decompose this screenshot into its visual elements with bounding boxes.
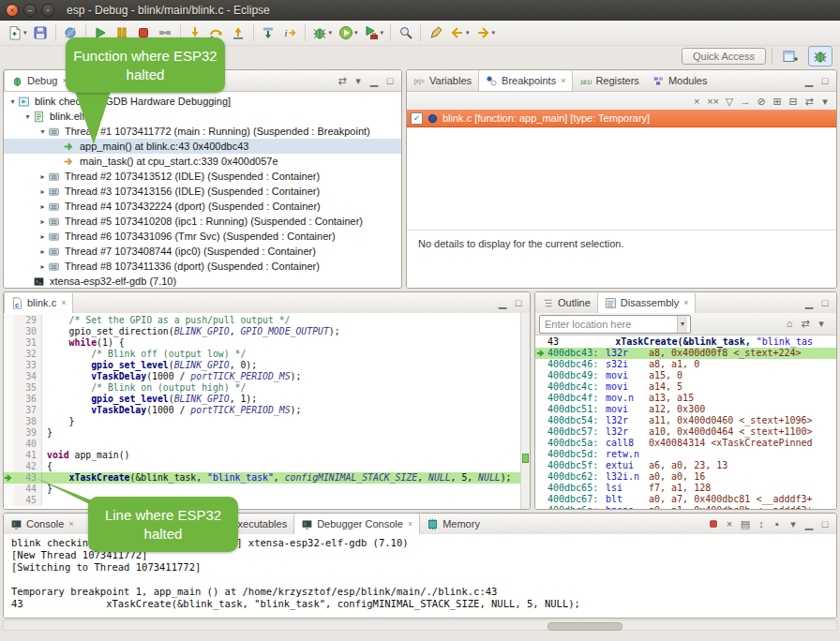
disassembly-row[interactable]: 400dbc57:l32ra10, 0x400d0464 <_stext+110… [535, 426, 836, 438]
editor-line[interactable]: 31 while(1) { [4, 337, 521, 349]
view-menu-icon[interactable]: ▾ [816, 318, 827, 331]
clear-console-icon[interactable]: ▤ [740, 517, 751, 530]
disassembly-row[interactable]: 400dbc67:blta0, a7, 0x400dbc81 <__adddf3… [535, 494, 836, 505]
step-return-button[interactable] [228, 21, 249, 45]
editor-line[interactable]: 42{ [4, 461, 521, 472]
disassembly-row[interactable]: 400dbc5d:retw.n [535, 449, 836, 460]
window-close-button[interactable]: × [6, 4, 19, 17]
disassembly-row[interactable]: 400dbc5a:call80x40084314 <xTaskCreatePin… [535, 438, 836, 449]
expander-closed-icon[interactable]: ▸ [38, 202, 48, 211]
disassembly-row[interactable]: 400dbc4f:mov.na13, a15 [535, 393, 836, 404]
debug-perspective-icon[interactable] [808, 46, 832, 67]
minimize-icon[interactable]: ▁ [497, 296, 508, 309]
editor-line[interactable]: 39} [4, 427, 521, 439]
close-tab-icon[interactable]: × [683, 298, 688, 307]
drop-to-frame-button[interactable] [258, 21, 279, 45]
debug-tree-item[interactable]: ▾Thread #1 1073411772 (main : Running) (… [4, 124, 401, 139]
maximize-icon[interactable]: □ [513, 296, 524, 309]
bp-tab-modules[interactable]: Modules [646, 70, 714, 91]
editor-line[interactable]: 35 /* Blink on (output high) */ [4, 382, 521, 394]
disassembly-row[interactable]: 43 xTaskCreate(&blink_task, "blink_tas [535, 336, 836, 348]
disassembly-row[interactable]: 400dbc49:movia15, 0 [535, 370, 836, 381]
maximize-icon[interactable]: □ [384, 74, 396, 87]
external-tools-button[interactable]: ▾ [361, 21, 387, 45]
console-tab-memory[interactable]: Memory [420, 514, 487, 534]
editor-line[interactable]: 34 vTaskDelay(1000 / portTICK_PERIOD_MS)… [4, 371, 521, 382]
disassembly-row[interactable]: 400dbc51:movia12, 0x300 [535, 404, 836, 415]
close-tab-icon[interactable]: × [408, 519, 412, 529]
location-input[interactable]: Enter location here ▾ [539, 315, 691, 334]
link-icon[interactable]: ⇄ [337, 74, 348, 87]
expander-closed-icon[interactable]: ▸ [38, 172, 48, 181]
editor-line[interactable]: 32 /* Blink off (output low) */ [4, 349, 521, 360]
home-icon[interactable]: ⌂ [784, 318, 795, 331]
go-to-file-icon[interactable]: → [740, 95, 751, 108]
editor-line[interactable]: 33 gpio_set_level(BLINK_GPIO, 0); [4, 360, 521, 371]
expander-closed-icon[interactable]: ▸ [38, 262, 48, 271]
expand-all-icon[interactable]: ⊞ [772, 95, 783, 108]
console-tab-debugger-console[interactable]: Debugger Console× [293, 514, 420, 534]
debug-tree-item[interactable]: ▸Thread #3 1073413156 (IDLE) (Suspended … [4, 184, 401, 199]
show-selected-icon[interactable]: ▽ [724, 95, 735, 108]
collapse-all-icon[interactable]: ⊟ [788, 95, 799, 108]
new-wizard-button[interactable]: ▾ [4, 21, 30, 45]
forward-dropdown-arrow[interactable]: ▾ [492, 29, 496, 37]
debug-tree-item[interactable]: ▸Thread #2 1073413512 (IDLE) (Suspended … [4, 169, 401, 184]
editor-line[interactable]: 30 gpio_set_direction(BLINK_GPIO, GPIO_M… [4, 326, 521, 337]
current-line-marker[interactable] [522, 454, 529, 463]
breakpoint-item[interactable]: ✓blink.c [function: app_main] [type: Tem… [407, 110, 836, 127]
bp-tab-breakpoints[interactable]: Breakpoints× [478, 70, 573, 91]
maximize-icon[interactable]: □ [819, 296, 831, 309]
expander-closed-icon[interactable]: ▸ [38, 247, 48, 256]
editor-line[interactable]: 38 } [4, 416, 521, 427]
close-tab-icon[interactable]: × [61, 298, 66, 307]
run-button[interactable]: ▾ [335, 21, 361, 45]
bp-tab-variables[interactable]: (x)=Variables [407, 70, 478, 91]
debug-tree-item[interactable]: main_task() at cpu_start.c:339 0x400d057… [4, 154, 401, 169]
disassembly-row[interactable]: 400dbc65:lsif7, a1, 128 [535, 483, 836, 494]
location-dropdown-icon[interactable]: ▾ [677, 316, 687, 333]
link-icon[interactable]: ⇄ [800, 318, 811, 331]
new-wizard-dropdown-arrow[interactable]: ▾ [23, 29, 27, 37]
debug-tree-item[interactable]: ▸Thread #7 1073408744 (ipc0) (Suspended … [4, 244, 401, 259]
back-button[interactable]: ▾ [446, 21, 472, 45]
view-menu-icon[interactable]: ▾ [819, 95, 831, 108]
disassembly-row[interactable]: 400dbc62:l32i.na0, a0, 16 [535, 471, 836, 483]
debug-tree-item[interactable]: app_main() at blink.c:43 0x400dbc43 [4, 139, 401, 154]
debug-tree-item[interactable]: ▸Thread #5 1073410208 (ipc1 : Running) (… [4, 214, 401, 229]
terminate-icon[interactable] [708, 517, 719, 530]
disassembly-content[interactable]: 43 xTaskCreate(&blink_task, "blink_tas40… [535, 335, 836, 509]
debug-dropdown-arrow[interactable]: ▾ [329, 29, 333, 37]
overview-ruler[interactable] [520, 313, 530, 509]
horizontal-scrollbar-track[interactable] [3, 619, 837, 631]
breakpoint-checkbox[interactable]: ✓ [411, 112, 423, 125]
maximize-icon[interactable]: □ [819, 517, 831, 530]
forward-button[interactable]: ▾ [472, 21, 499, 45]
back-dropdown-arrow[interactable]: ▾ [466, 29, 470, 37]
link-icon[interactable]: ⇄ [803, 95, 815, 108]
expander-open-icon[interactable]: ▾ [8, 97, 18, 106]
search-button[interactable] [395, 21, 416, 45]
expander-closed-icon[interactable]: ▸ [38, 217, 48, 226]
editor-tab-blink-c[interactable]: cblink.c× [4, 292, 73, 313]
disasm-tab-outline[interactable]: Outline [535, 292, 597, 313]
editor-line[interactable]: 36 gpio_set_level(BLINK_GPIO, 1); [4, 394, 521, 405]
expander-open-icon[interactable]: ▾ [38, 127, 48, 136]
debug-tree-item[interactable]: ▸Thread #4 1073432224 (dport) (Suspended… [4, 199, 401, 214]
external-tools-dropdown-arrow[interactable]: ▾ [381, 29, 384, 37]
scroll-lock-icon[interactable]: ↕ [756, 517, 767, 530]
minimize-icon[interactable]: ▁ [803, 517, 815, 530]
minimize-icon[interactable]: ▁ [368, 74, 380, 87]
window-minimize-button[interactable]: – [23, 4, 37, 17]
last-edit-location-button[interactable] [425, 21, 446, 45]
debug-tree-item[interactable]: ▸Thread #8 1073411336 (dport) (Suspended… [4, 259, 401, 274]
debug-tab-debug[interactable]: Debug× [4, 70, 75, 91]
open-perspective-icon[interactable] [778, 46, 802, 67]
disassembly-row[interactable]: 400dbc43:l32ra8, 0x400d00f8 <_stext+224> [535, 348, 836, 359]
minimize-icon[interactable]: ▁ [803, 74, 815, 87]
editor-line[interactable]: 41void app_main() [4, 450, 521, 461]
disassembly-row[interactable]: 400dbc54:l32ra11, 0x400d0460 <_stext+109… [535, 415, 836, 426]
remove-launch-icon[interactable]: × [724, 517, 735, 530]
close-tab-icon[interactable]: × [561, 76, 565, 85]
debug-tree-item[interactable]: xtensa-esp32-elf-gdb (7.10) [4, 274, 401, 289]
